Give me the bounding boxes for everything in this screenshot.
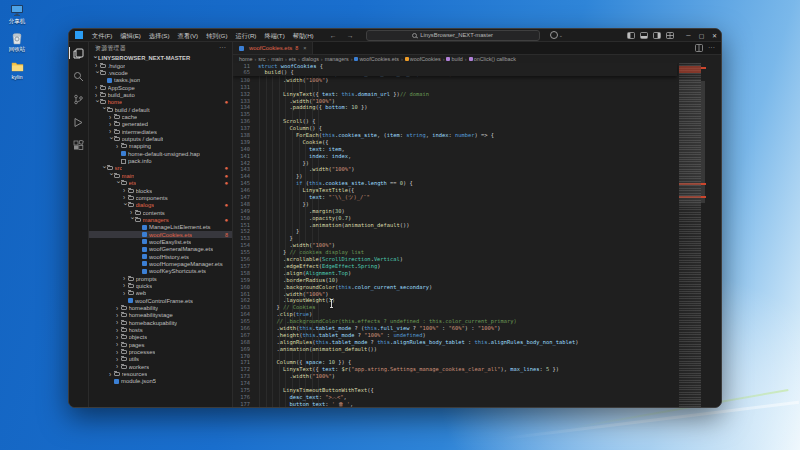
code-line[interactable]: }) xyxy=(257,173,677,180)
editor-scrollbar[interactable] xyxy=(701,63,706,408)
close-button[interactable]: ✕ xyxy=(708,29,721,42)
breadcrumb-item[interactable]: home xyxy=(239,56,253,62)
tree-item[interactable]: ›components xyxy=(89,194,232,201)
code-line[interactable]: }) xyxy=(257,160,677,167)
code-line[interactable]: .animation(animation_default()) xyxy=(257,346,677,353)
code-line[interactable]: LinysText({ text: $r("app.string.Setting… xyxy=(257,366,677,373)
code-line[interactable]: .width(this.tablet_mode ? (this.full_vie… xyxy=(257,325,677,332)
code-line[interactable]: .animation(animation_default()) xyxy=(257,222,677,229)
code-line[interactable]: } xyxy=(257,235,677,242)
tree-item[interactable]: ›.vscode xyxy=(89,69,232,76)
code-line[interactable]: .align(Alignment.Top) xyxy=(257,270,677,277)
menu-item[interactable]: 帮助(H) xyxy=(289,29,318,42)
tree-item[interactable]: ›build / default xyxy=(89,106,232,113)
tree-item[interactable]: ›intermediates xyxy=(89,128,232,135)
tree-item[interactable]: woofControlFrame.ets xyxy=(89,297,232,304)
tree-item[interactable]: ›outputs / default xyxy=(89,135,232,142)
desktop-icon-kylin-folder[interactable]: kylin xyxy=(0,60,34,80)
code-line[interactable] xyxy=(257,353,677,360)
code-line[interactable]: .scrollable(ScrollDirection.Vertical) xyxy=(257,256,677,263)
breadcrumb-item[interactable]: managers xyxy=(325,56,349,62)
code-line[interactable]: if (this.cookies_site.length == 0) { xyxy=(257,180,677,187)
toggle-panel-icon[interactable] xyxy=(640,32,648,39)
tree-item[interactable]: ›resources xyxy=(89,370,232,377)
tree-item[interactable]: ManageListElement.ets xyxy=(89,224,232,231)
extensions-icon[interactable] xyxy=(72,138,86,152)
tree-item[interactable]: ›workers xyxy=(89,363,232,370)
code-line[interactable]: } xyxy=(257,228,677,235)
code-line[interactable]: .opacity(0.7) xyxy=(257,215,677,222)
breadcrumb-item[interactable]: woofCookies xyxy=(405,56,441,62)
menu-item[interactable]: 文件(F) xyxy=(88,29,116,42)
code-line[interactable]: .width("100%") xyxy=(257,242,677,249)
toggle-sidebar-icon[interactable] xyxy=(627,32,635,39)
tree-item[interactable]: ›mapping xyxy=(89,143,232,150)
tree-item[interactable]: ›homebackupability xyxy=(89,319,232,326)
menu-item[interactable]: 查看(V) xyxy=(174,29,203,42)
tree-item[interactable]: ›contents xyxy=(89,209,232,216)
tab-woofcookies[interactable]: woofCookies.ets 8 × xyxy=(233,42,313,54)
search-sidebar-icon[interactable] xyxy=(72,69,86,83)
code-line[interactable]: desc_text: ">︿<", xyxy=(257,394,677,401)
account-menu[interactable]: ⌄ xyxy=(550,31,563,39)
code-line[interactable]: LinysTimeoutButtonWithText({ xyxy=(257,387,677,394)
tree-item[interactable]: woofHistory.ets xyxy=(89,253,232,260)
tree-item[interactable]: ›dialogs● xyxy=(89,202,232,209)
minimap[interactable] xyxy=(679,63,701,408)
maximize-button[interactable]: ▢ xyxy=(695,29,708,42)
tree-item[interactable]: ›generated xyxy=(89,121,232,128)
code-line[interactable]: ForEach(this.cookies_site, (item: string… xyxy=(257,132,677,139)
code-line[interactable]: .clip(true) xyxy=(257,311,677,318)
tree-item[interactable]: woofEasylist.ets xyxy=(89,238,232,245)
code-line[interactable]: .width("100%") xyxy=(257,98,677,105)
code-line[interactable] xyxy=(257,380,677,387)
breadcrumb-item[interactable]: onClick() callback xyxy=(469,56,516,62)
code-line[interactable] xyxy=(257,84,677,91)
tree-item[interactable]: ›main● xyxy=(89,172,232,179)
code-line[interactable]: .width("100%") xyxy=(257,373,677,380)
tree-item[interactable]: ›build_auto xyxy=(89,91,232,98)
menu-item[interactable]: 转到(G) xyxy=(202,29,231,42)
source-control-icon[interactable] xyxy=(72,92,86,106)
tree-item[interactable]: ›cache xyxy=(89,113,232,120)
code-line[interactable]: .backgroundColor(this.color_current_seco… xyxy=(257,284,677,291)
breadcrumb-item[interactable]: ets xyxy=(289,56,296,62)
code-line[interactable]: LinysTextTitle({ xyxy=(257,187,677,194)
code-line[interactable]: .width("100%") xyxy=(257,77,677,84)
minimap-slider[interactable] xyxy=(679,79,701,205)
history-nav-arrows[interactable]: ← → xyxy=(330,32,358,39)
explorer-more-actions-icon[interactable]: ··· xyxy=(219,45,226,51)
tree-item[interactable]: ›home● xyxy=(89,99,232,106)
tree-item[interactable]: ›managers● xyxy=(89,216,232,223)
tree-item[interactable]: woofGeneralManage.ets xyxy=(89,246,232,253)
code-line[interactable]: LinysText({ text: this.domain_url })// d… xyxy=(257,91,677,98)
code-line[interactable]: text: "¯\\_(ツ)_/¯" xyxy=(257,194,677,201)
code-line[interactable]: button_text: ' 🗑 ', xyxy=(257,401,677,408)
code-line[interactable] xyxy=(257,111,677,118)
tree-item[interactable]: ›src● xyxy=(89,165,232,172)
more-actions-icon[interactable]: ··· xyxy=(708,46,715,50)
code-area[interactable]: .direction(this.preferred_hand_left_or_r… xyxy=(257,63,677,408)
sticky-line[interactable]: 65 build() { xyxy=(233,69,677,75)
code-line[interactable]: Column({ space: 10 }) { xyxy=(257,359,677,366)
tree-root[interactable]: › LINYSBROWSER_NEXT-MASTER xyxy=(89,54,232,62)
tree-item[interactable]: ›quicks xyxy=(89,282,232,289)
breadcrumb-item[interactable]: dialogs xyxy=(302,56,319,62)
code-editor[interactable]: 1291301311321331341351361371381391401411… xyxy=(233,63,721,408)
tree-item[interactable]: ›prompts xyxy=(89,275,232,282)
tree-item[interactable]: tasks.json xyxy=(89,77,232,84)
breadcrumb-item[interactable]: src xyxy=(258,56,265,62)
tree-item[interactable]: ›objects xyxy=(89,334,232,341)
code-line[interactable]: } // cookies display list xyxy=(257,249,677,256)
code-line[interactable]: .margin(30) xyxy=(257,208,677,215)
run-debug-icon[interactable] xyxy=(72,115,86,129)
command-center-search[interactable]: LinysBrowser_NEXT-master xyxy=(366,30,540,41)
tree-item[interactable]: ›ets● xyxy=(89,180,232,187)
tree-item[interactable]: ›AppScope xyxy=(89,84,232,91)
tree-item[interactable]: home-default-unsigned.hap xyxy=(89,150,232,157)
code-line[interactable]: .width("100%") xyxy=(257,291,677,298)
tree-item[interactable]: ›hosts xyxy=(89,326,232,333)
breadcrumb-item[interactable]: build xyxy=(446,56,462,62)
tree-item[interactable]: ›homeabilitystage xyxy=(89,312,232,319)
code-line[interactable]: } // Cookies xyxy=(257,304,677,311)
